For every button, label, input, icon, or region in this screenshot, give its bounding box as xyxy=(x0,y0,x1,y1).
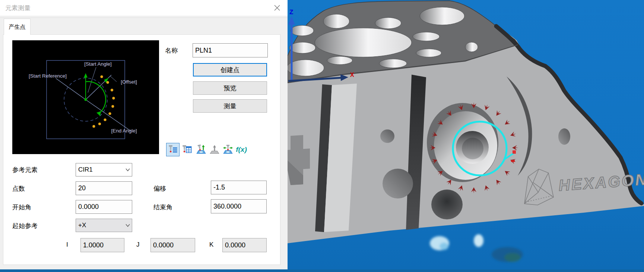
k-input[interactable] xyxy=(222,238,267,252)
axis-z-label: Z xyxy=(289,9,293,16)
tab-generate-points[interactable]: 产生点 xyxy=(4,19,31,35)
right-small-hole xyxy=(558,128,570,145)
element-measure-dialog: 元素测量 产生点 xyxy=(0,0,288,269)
end-angle-label: 结束角 xyxy=(153,203,172,212)
generation-preview-diagram: [Start Angle] [Start Reference] [Offset]… xyxy=(12,40,159,154)
front-hole-large xyxy=(383,169,413,198)
diagram-label-start-reference: [Start Reference] xyxy=(29,73,67,79)
start-angle-label: 开始角 xyxy=(12,203,31,212)
fx-glyph: f(x) xyxy=(236,146,247,154)
measure-surface-offset-icon[interactable] xyxy=(221,143,235,156)
diagram-label-offset: [Offset] xyxy=(121,79,137,85)
reference-element-value: CIR1 xyxy=(76,166,124,173)
k-label: K xyxy=(209,241,213,248)
axis-x-label: X xyxy=(350,72,354,78)
reference-element-label: 参考元素 xyxy=(12,166,38,174)
j-input[interactable] xyxy=(150,238,195,252)
probe-point-list-icon[interactable] xyxy=(166,143,180,156)
chevron-down-icon xyxy=(124,224,132,227)
front-hole-small xyxy=(380,129,394,143)
chevron-down-icon xyxy=(124,168,132,171)
bottom-hole xyxy=(431,190,463,219)
start-reference-value: +X xyxy=(76,222,124,229)
reference-element-combo[interactable]: CIR1 xyxy=(76,163,132,176)
window-bottom-edge xyxy=(0,269,644,272)
dialog-titlebar[interactable]: 元素测量 xyxy=(0,0,288,16)
offset-label: 偏移 xyxy=(153,184,166,193)
function-fx-icon[interactable]: f(x) xyxy=(235,143,248,156)
name-label: 名称 xyxy=(165,46,178,55)
create-points-button[interactable]: 创建点 xyxy=(193,63,267,76)
close-icon[interactable] xyxy=(272,2,283,13)
points-count-input[interactable] xyxy=(76,181,132,195)
divider xyxy=(0,18,288,18)
start-reference-combo[interactable]: +X xyxy=(76,219,132,232)
start-reference-label: 起始参考 xyxy=(12,222,38,230)
start-angle-input[interactable] xyxy=(76,200,132,214)
probe-point-table-icon[interactable] xyxy=(180,143,194,156)
i-label: I xyxy=(66,241,68,248)
dialog-title: 元素测量 xyxy=(5,4,31,12)
diagram-label-end-angle: [End Angle] xyxy=(111,128,137,134)
i-input[interactable] xyxy=(80,238,124,252)
name-input[interactable] xyxy=(193,43,268,57)
j-label: J xyxy=(136,241,140,248)
measure-button[interactable]: 测量 xyxy=(193,99,267,113)
points-count-label: 点数 xyxy=(12,184,25,193)
preview-button[interactable]: 预览 xyxy=(193,81,267,95)
application-window: 元素测量 产生点 xyxy=(0,0,644,272)
diagram-label-start-angle: [Start Angle] xyxy=(84,61,112,67)
end-angle-input[interactable] xyxy=(211,199,267,213)
cad-3d-viewport[interactable]: HEXAGON Z X xyxy=(288,0,644,269)
measure-surface-up-icon[interactable] xyxy=(194,143,208,156)
offset-input[interactable] xyxy=(211,181,267,194)
surface-arrow-disabled-icon[interactable] xyxy=(208,143,221,156)
